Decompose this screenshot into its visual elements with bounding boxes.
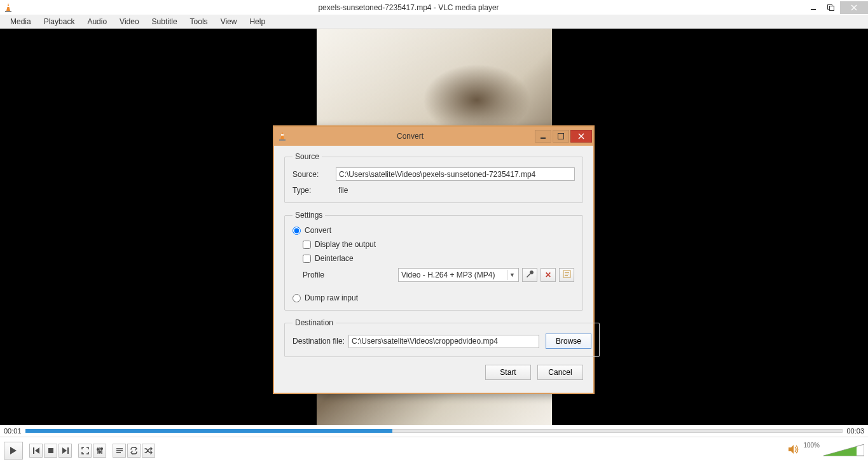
deinterlace-label: Deinterlace <box>315 254 354 263</box>
deinterlace-checkbox[interactable] <box>303 255 311 263</box>
window-minimize-button[interactable] <box>804 1 822 14</box>
window-title: pexels-sunsetoned-7235417.mp4 - VLC medi… <box>13 3 804 12</box>
dialog-close-button[interactable] <box>570 130 592 143</box>
speaker-icon[interactable] <box>788 444 799 457</box>
volume-slider[interactable] <box>823 444 864 457</box>
convert-radio-label: Convert <box>305 226 331 235</box>
play-button[interactable] <box>4 442 23 460</box>
sliders-icon <box>96 447 104 454</box>
menu-view[interactable]: View <box>214 17 244 26</box>
play-icon <box>10 446 17 455</box>
window-close-button[interactable] <box>840 1 868 14</box>
dialog-title: Convert <box>287 132 534 141</box>
skip-previous-icon <box>32 447 40 454</box>
profile-label: Profile <box>303 271 398 279</box>
convert-dialog: Convert Source Source: Type: file <box>273 125 595 394</box>
fullscreen-button[interactable] <box>78 444 92 458</box>
profile-value: Video - H.264 + MP3 (MP4) <box>401 271 495 279</box>
menu-help[interactable]: Help <box>243 17 272 26</box>
vlc-cone-icon <box>278 131 287 141</box>
source-group: Source Source: Type: file <box>284 152 583 203</box>
profile-select[interactable]: Video - H.264 + MP3 (MP4) ▼ <box>398 268 519 282</box>
elapsed-time[interactable]: 00:01 <box>4 427 22 435</box>
shuffle-icon <box>144 447 153 454</box>
window-maximize-button[interactable] <box>822 1 840 14</box>
shuffle-button[interactable] <box>142 444 155 458</box>
menu-playback[interactable]: Playback <box>38 17 81 26</box>
svg-rect-1 <box>5 11 11 12</box>
video-area[interactable]: Convert Source Source: Type: file <box>0 29 868 425</box>
seek-row: 00:01 00:03 <box>0 425 868 437</box>
extended-settings-button[interactable] <box>93 444 106 458</box>
destination-label: Destination file: <box>293 337 348 346</box>
svg-point-30 <box>100 448 102 450</box>
x-icon: ✕ <box>545 271 551 279</box>
svg-marker-34 <box>789 445 794 454</box>
type-label: Type: <box>293 186 336 195</box>
dialog-maximize-button[interactable] <box>553 130 569 143</box>
playlist-button[interactable] <box>113 444 126 458</box>
svg-marker-23 <box>62 447 67 454</box>
loop-icon <box>130 447 138 454</box>
display-output-label: Display the output <box>315 240 376 249</box>
svg-rect-22 <box>48 448 53 453</box>
dump-raw-radio[interactable] <box>293 294 301 302</box>
menu-tools[interactable]: Tools <box>184 17 214 26</box>
menu-subtitle[interactable]: Subtitle <box>146 17 184 26</box>
type-value: file <box>336 186 348 195</box>
svg-rect-20 <box>33 447 34 454</box>
dump-raw-label: Dump raw input <box>305 293 358 302</box>
svg-marker-36 <box>823 446 857 456</box>
svg-rect-11 <box>541 137 546 139</box>
svg-rect-18 <box>565 275 568 276</box>
svg-rect-2 <box>7 6 10 7</box>
display-output-checkbox[interactable] <box>303 241 311 249</box>
settings-group: Settings Convert Display the output Dein… <box>284 211 583 311</box>
source-label: Source: <box>293 170 336 179</box>
svg-marker-21 <box>35 447 39 454</box>
svg-rect-9 <box>279 139 286 141</box>
vlc-cone-icon <box>4 3 13 13</box>
seek-progress <box>25 429 393 433</box>
total-time[interactable]: 00:03 <box>846 427 864 435</box>
dialog-titlebar: Convert <box>274 127 593 146</box>
stop-button[interactable] <box>44 444 57 458</box>
svg-rect-12 <box>558 134 564 139</box>
fullscreen-icon <box>81 447 89 454</box>
chevron-down-icon: ▼ <box>507 270 517 280</box>
source-legend: Source <box>293 152 322 161</box>
wrench-icon <box>526 270 534 280</box>
menu-video[interactable]: Video <box>113 17 145 26</box>
previous-button[interactable] <box>29 444 43 458</box>
start-button[interactable]: Start <box>485 365 531 380</box>
volume-percent: 100% <box>803 442 820 449</box>
svg-rect-24 <box>67 447 69 454</box>
svg-point-29 <box>99 451 100 453</box>
destination-legend: Destination <box>293 318 336 327</box>
menu-audio[interactable]: Audio <box>81 17 113 26</box>
svg-rect-3 <box>811 9 816 10</box>
convert-radio[interactable] <box>293 227 301 235</box>
loop-button[interactable] <box>127 444 141 458</box>
destination-input[interactable] <box>348 335 539 348</box>
cancel-button[interactable]: Cancel <box>537 365 583 380</box>
playlist-icon <box>116 447 123 454</box>
browse-button[interactable]: Browse <box>546 334 591 349</box>
controls-bar: 100% <box>0 437 868 464</box>
delete-profile-button[interactable]: ✕ <box>541 268 556 282</box>
settings-legend: Settings <box>293 211 325 220</box>
seek-slider[interactable] <box>25 429 843 433</box>
next-button[interactable] <box>59 444 72 458</box>
svg-rect-16 <box>565 272 569 273</box>
new-profile-button[interactable] <box>559 268 574 282</box>
svg-rect-10 <box>281 134 284 136</box>
svg-rect-17 <box>565 274 569 274</box>
menubar: Media Playback Audio Video Subtitle Tool… <box>0 15 868 29</box>
source-input[interactable] <box>336 167 575 181</box>
svg-rect-5 <box>830 6 834 10</box>
dialog-minimize-button[interactable] <box>535 130 551 143</box>
menu-media[interactable]: Media <box>4 17 38 26</box>
svg-marker-19 <box>10 447 17 454</box>
edit-profile-button[interactable] <box>522 268 537 282</box>
new-profile-icon <box>563 270 571 280</box>
